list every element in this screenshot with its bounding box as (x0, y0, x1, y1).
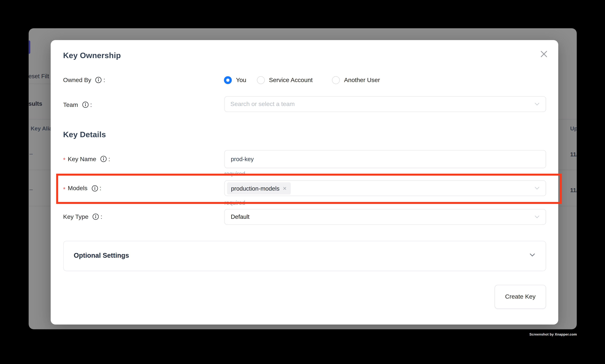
owned-by-label: Owned By : (63, 76, 105, 84)
team-select[interactable]: Search or select a team (224, 96, 546, 112)
tag-remove-icon[interactable]: ✕ (283, 186, 287, 191)
models-validation-message: required (224, 199, 245, 206)
create-key-button[interactable]: Create Key (495, 285, 546, 309)
key-name-validation-message: required (224, 170, 245, 177)
key-type-select[interactable]: Default (224, 209, 546, 225)
model-tag-label: production-models (231, 185, 280, 192)
model-tag: production-models ✕ (227, 182, 291, 195)
required-asterisk: * (63, 186, 65, 192)
key-type-label: Key Type : (63, 213, 102, 221)
key-type-selected-value: Default (231, 214, 249, 220)
watermark-text: Screenshot by Xnapper.com (529, 332, 577, 336)
info-icon[interactable] (91, 185, 98, 192)
radio-unselected-icon (257, 76, 265, 84)
key-ownership-section-title: Key Ownership (63, 51, 121, 60)
key-name-label: * Key Name : (63, 155, 110, 163)
optional-settings-title: Optional Settings (74, 252, 129, 260)
team-label: Team : (63, 101, 92, 109)
chevron-down-icon (534, 185, 540, 193)
required-asterisk: * (63, 157, 65, 163)
close-button[interactable] (540, 51, 547, 58)
radio-owned-by-another-user[interactable]: Another User (332, 76, 380, 84)
team-select-placeholder: Search or select a team (231, 101, 295, 108)
chevron-down-icon (534, 101, 540, 108)
create-key-modal: Key Ownership Owned By : You Service Acc… (51, 40, 558, 324)
chevron-down-icon (529, 252, 536, 260)
models-multiselect[interactable]: production-models ✕ (224, 181, 546, 196)
info-icon[interactable] (82, 102, 89, 108)
info-icon[interactable] (92, 214, 99, 220)
key-details-section-title: Key Details (63, 130, 106, 139)
close-icon (540, 51, 547, 58)
radio-selected-icon (224, 76, 232, 84)
optional-settings-accordion[interactable]: Optional Settings (63, 241, 546, 271)
info-icon[interactable] (95, 77, 102, 83)
chevron-down-icon (534, 214, 540, 221)
radio-owned-by-you[interactable]: You (224, 76, 246, 84)
info-icon[interactable] (100, 156, 107, 162)
radio-unselected-icon (332, 76, 340, 84)
screenshot-canvas: eset Filt sults Key Alia Up – 11/ – 11/ … (0, 0, 605, 364)
models-label: * Models : (63, 184, 101, 193)
key-name-input[interactable] (224, 150, 546, 168)
radio-owned-by-service-account[interactable]: Service Account (257, 76, 313, 84)
